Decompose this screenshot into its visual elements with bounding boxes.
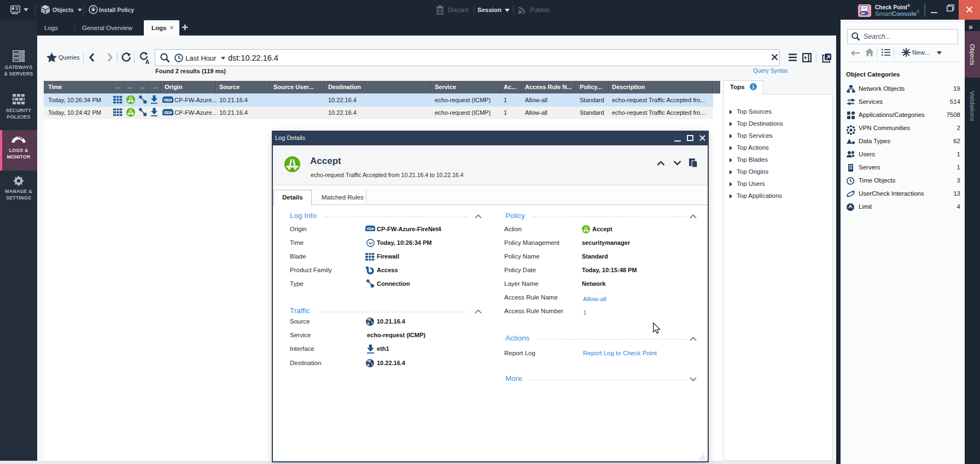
svg-text:A: A (145, 58, 150, 64)
